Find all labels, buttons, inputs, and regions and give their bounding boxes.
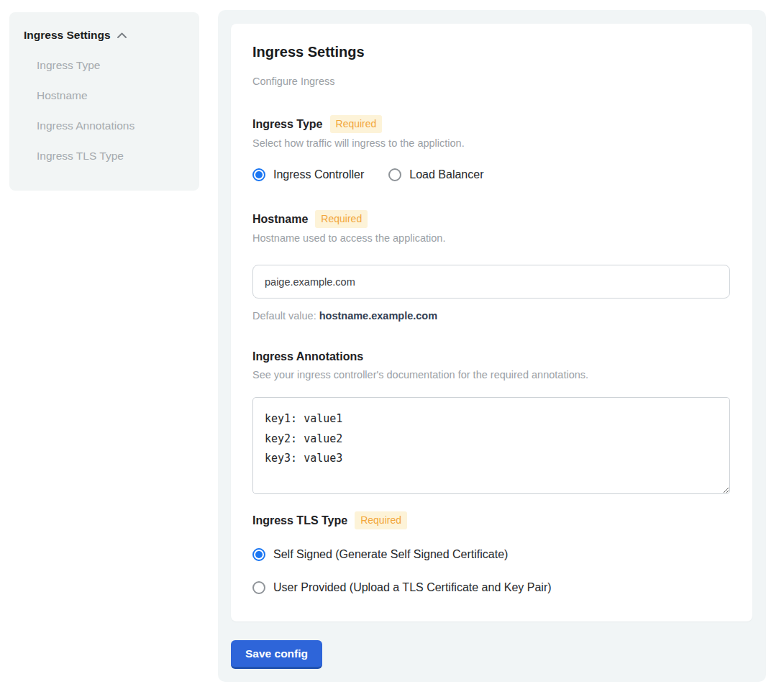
page-title: Ingress Settings <box>252 43 731 60</box>
self-signed-radio[interactable] <box>252 548 265 561</box>
settings-sidebar: Ingress Settings Ingress Type Hostname I… <box>9 12 199 191</box>
default-value-text: hostname.example.com <box>319 310 437 322</box>
radio-option-load-balancer[interactable]: Load Balancer <box>388 167 483 183</box>
required-badge: Required <box>315 210 368 228</box>
save-config-button[interactable]: Save config <box>231 640 322 669</box>
radio-label: Ingress Controller <box>273 167 364 183</box>
user-provided-radio[interactable] <box>252 581 265 594</box>
ingress-annotations-help: See your ingress controller's documentat… <box>252 368 731 381</box>
radio-option-user-provided[interactable]: User Provided (Upload a TLS Certificate … <box>252 580 731 596</box>
radio-label: Self Signed (Generate Self Signed Certif… <box>273 547 508 562</box>
sidebar-item-ingress-type[interactable]: Ingress Type <box>37 58 185 73</box>
page-subtitle: Configure Ingress <box>252 75 731 88</box>
required-badge: Required <box>355 511 407 529</box>
sidebar-section-ingress-settings[interactable]: Ingress Settings <box>24 28 185 42</box>
load-balancer-radio[interactable] <box>388 168 401 181</box>
ingress-annotations-label: Ingress Annotations <box>252 349 363 365</box>
field-ingress-tls-type: Ingress TLS Type Required Self Signed (G… <box>252 511 731 596</box>
sidebar-section-title: Ingress Settings <box>24 28 111 42</box>
ingress-type-help: Select how traffic will ingress to the a… <box>252 137 731 150</box>
radio-option-self-signed[interactable]: Self Signed (Generate Self Signed Certif… <box>252 547 731 562</box>
hostname-help: Hostname used to access the application. <box>252 232 731 245</box>
radio-label: Load Balancer <box>409 167 483 183</box>
field-ingress-type: Ingress Type Required Select how traffic… <box>252 115 731 183</box>
field-hostname: Hostname Required Hostname used to acces… <box>252 210 731 322</box>
hostname-default-line: Default value:hostname.example.com <box>252 310 731 322</box>
sidebar-item-ingress-annotations[interactable]: Ingress Annotations <box>37 119 185 133</box>
field-ingress-annotations: Ingress Annotations See your ingress con… <box>252 349 731 494</box>
hostname-input[interactable] <box>252 265 730 299</box>
ingress-tls-type-label: Ingress TLS Type <box>252 513 347 529</box>
ingress-type-radio-group: Ingress Controller Load Balancer <box>252 167 731 183</box>
radio-label: User Provided (Upload a TLS Certificate … <box>273 580 552 596</box>
required-badge: Required <box>330 115 383 133</box>
radio-option-ingress-controller[interactable]: Ingress Controller <box>252 167 364 183</box>
sidebar-item-list: Ingress Type Hostname Ingress Annotation… <box>24 58 185 163</box>
sidebar-item-hostname[interactable]: Hostname <box>37 88 185 103</box>
hostname-label: Hostname <box>252 211 308 227</box>
ingress-annotations-textarea[interactable]: key1: value1 key2: value2 key3: value3 <box>252 397 730 494</box>
ingress-settings-panel: Ingress Settings Configure Ingress Ingre… <box>218 10 766 682</box>
ingress-type-label: Ingress Type <box>252 117 323 132</box>
default-value-prefix: Default value: <box>252 310 316 322</box>
sidebar-item-ingress-tls-type[interactable]: Ingress TLS Type <box>37 149 185 163</box>
chevron-up-icon[interactable] <box>117 32 127 40</box>
tls-type-radio-group: Self Signed (Generate Self Signed Certif… <box>252 547 731 596</box>
ingress-controller-radio[interactable] <box>252 168 265 181</box>
ingress-settings-card: Ingress Settings Configure Ingress Ingre… <box>231 24 752 621</box>
